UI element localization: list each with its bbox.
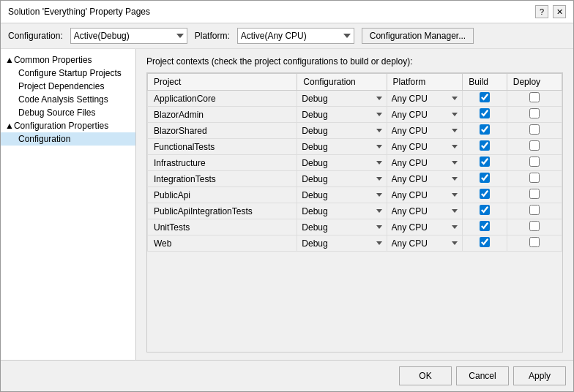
build-checkbox[interactable] xyxy=(480,237,490,247)
cell-config[interactable]: Debug xyxy=(297,219,387,235)
cell-deploy[interactable] xyxy=(507,139,562,155)
config-dropdown[interactable]: Debug xyxy=(300,173,383,185)
build-checkbox[interactable] xyxy=(480,92,490,102)
build-checkbox[interactable] xyxy=(480,221,490,231)
cell-platform[interactable]: Any CPU xyxy=(387,219,463,235)
deploy-checkbox[interactable] xyxy=(529,221,540,231)
platform-dropdown[interactable]: Any CPU xyxy=(390,222,460,233)
config-dropdown[interactable]: Debug xyxy=(300,189,383,201)
sidebar-item-debug-source[interactable]: Debug Source Files xyxy=(1,106,135,119)
build-checkbox[interactable] xyxy=(480,108,490,118)
cell-config[interactable]: Debug xyxy=(297,123,387,139)
cell-config[interactable]: Debug xyxy=(297,187,387,203)
cell-build[interactable] xyxy=(463,139,507,155)
apply-button[interactable]: Apply xyxy=(513,366,566,385)
config-dropdown[interactable]: Debug xyxy=(300,157,383,169)
build-checkbox[interactable] xyxy=(480,140,490,151)
platform-dropdown[interactable]: Any CPU xyxy=(390,109,460,121)
cell-deploy[interactable] xyxy=(507,91,562,107)
cell-platform[interactable]: Any CPU xyxy=(387,171,463,187)
ok-button[interactable]: OK xyxy=(399,366,452,385)
cell-platform[interactable]: Any CPU xyxy=(387,203,463,219)
deploy-checkbox[interactable] xyxy=(529,173,540,183)
cell-config[interactable]: Debug xyxy=(297,171,387,187)
config-select[interactable]: Active(Debug) xyxy=(70,28,187,44)
deploy-checkbox[interactable] xyxy=(529,205,540,215)
cell-build[interactable] xyxy=(463,171,507,187)
build-checkbox[interactable] xyxy=(480,189,490,199)
cell-config[interactable]: Debug xyxy=(297,107,387,123)
build-checkbox[interactable] xyxy=(480,173,490,183)
cell-deploy[interactable] xyxy=(507,219,562,235)
deploy-checkbox[interactable] xyxy=(529,108,540,118)
platform-dropdown[interactable]: Any CPU xyxy=(390,238,460,249)
cell-config[interactable]: Debug xyxy=(297,155,387,171)
deploy-checkbox[interactable] xyxy=(529,92,540,102)
cell-deploy[interactable] xyxy=(507,155,562,171)
deploy-checkbox[interactable] xyxy=(529,124,540,135)
cell-platform[interactable]: Any CPU xyxy=(387,139,463,155)
cell-config[interactable]: Debug xyxy=(297,203,387,219)
sidebar-item-configure-startup[interactable]: Configure Startup Projects xyxy=(1,67,135,80)
cell-build[interactable] xyxy=(463,107,507,123)
cell-deploy[interactable] xyxy=(507,123,562,139)
sidebar-item-config-props[interactable]: ▲Configuration Properties xyxy=(1,119,135,132)
cell-build[interactable] xyxy=(463,91,507,107)
cell-platform[interactable]: Any CPU xyxy=(387,235,463,252)
cell-platform[interactable]: Any CPU xyxy=(387,187,463,203)
table-row: FunctionalTestsDebugAny CPU xyxy=(148,139,562,155)
cell-deploy[interactable] xyxy=(507,187,562,203)
close-button[interactable]: ✕ xyxy=(553,5,566,18)
cell-platform[interactable]: Any CPU xyxy=(387,123,463,139)
platform-dropdown[interactable]: Any CPU xyxy=(390,157,460,169)
build-checkbox[interactable] xyxy=(480,205,490,215)
cell-build[interactable] xyxy=(463,155,507,171)
deploy-checkbox[interactable] xyxy=(529,237,540,247)
cell-build[interactable] xyxy=(463,123,507,139)
sidebar-item-project-dependencies[interactable]: Project Dependencies xyxy=(1,80,135,93)
footer: OK Cancel Apply xyxy=(1,360,573,391)
cell-build[interactable] xyxy=(463,235,507,252)
platform-dropdown[interactable]: Any CPU xyxy=(390,206,460,217)
deploy-checkbox[interactable] xyxy=(529,189,540,199)
sidebar-item-configuration[interactable]: Configuration xyxy=(1,132,135,146)
sidebar-item-common-props[interactable]: ▲Common Properties xyxy=(1,53,135,67)
help-button[interactable]: ? xyxy=(535,5,548,18)
deploy-checkbox[interactable] xyxy=(529,157,540,167)
cell-deploy[interactable] xyxy=(507,171,562,187)
cell-build[interactable] xyxy=(463,219,507,235)
cell-deploy[interactable] xyxy=(507,107,562,123)
config-dropdown[interactable]: Debug xyxy=(300,93,383,105)
config-dropdown[interactable]: Debug xyxy=(300,238,383,249)
config-dropdown[interactable]: Debug xyxy=(300,141,383,153)
platform-dropdown[interactable]: Any CPU xyxy=(390,189,460,201)
cell-config[interactable]: Debug xyxy=(297,235,387,252)
build-checkbox[interactable] xyxy=(480,124,490,135)
cell-config[interactable]: Debug xyxy=(297,91,387,107)
cell-deploy[interactable] xyxy=(507,203,562,219)
table-row: WebDebugAny CPU xyxy=(148,235,562,252)
cell-platform[interactable]: Any CPU xyxy=(387,91,463,107)
config-dropdown[interactable]: Debug xyxy=(300,206,383,217)
platform-select[interactable]: Active(Any CPU) xyxy=(237,28,354,44)
config-dropdown[interactable]: Debug xyxy=(300,109,383,121)
cell-platform[interactable]: Any CPU xyxy=(387,107,463,123)
cell-config[interactable]: Debug xyxy=(297,139,387,155)
cell-build[interactable] xyxy=(463,187,507,203)
cell-platform[interactable]: Any CPU xyxy=(387,155,463,171)
build-checkbox[interactable] xyxy=(480,157,490,167)
cell-project: BlazorAdmin xyxy=(148,107,297,123)
cell-deploy[interactable] xyxy=(507,235,562,252)
cancel-button[interactable]: Cancel xyxy=(456,366,509,385)
config-dropdown[interactable]: Debug xyxy=(300,125,383,137)
deploy-checkbox[interactable] xyxy=(529,140,540,151)
config-dropdown[interactable]: Debug xyxy=(300,222,383,233)
cell-build[interactable] xyxy=(463,203,507,219)
sidebar-item-code-analysis[interactable]: Code Analysis Settings xyxy=(1,93,135,106)
platform-dropdown[interactable]: Any CPU xyxy=(390,173,460,185)
config-manager-button[interactable]: Configuration Manager... xyxy=(362,28,474,44)
platform-dropdown[interactable]: Any CPU xyxy=(390,93,460,105)
cell-project: BlazorShared xyxy=(148,123,297,139)
platform-dropdown[interactable]: Any CPU xyxy=(390,141,460,153)
platform-dropdown[interactable]: Any CPU xyxy=(390,125,460,137)
